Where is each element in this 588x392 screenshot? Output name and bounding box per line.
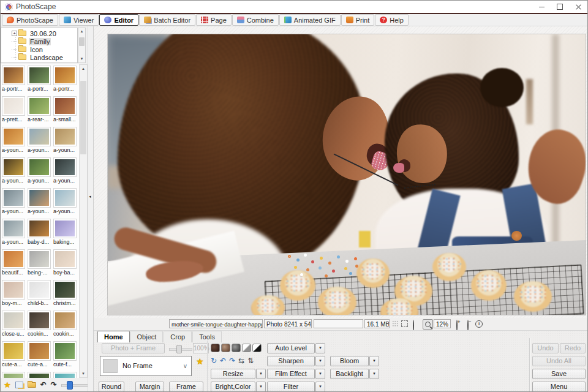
thumbnail-item[interactable]: baby-d...	[28, 219, 52, 249]
tab-print[interactable]: Print	[341, 14, 375, 26]
scroll-down-icon[interactable]: ▼	[81, 370, 85, 377]
vignette-preset-contrast-icon[interactable]	[252, 344, 262, 352]
thumbnail-scrollbar[interactable]: ▲ ▼	[79, 64, 88, 378]
zoom-fit-button[interactable]	[423, 319, 433, 330]
editor-tab-home[interactable]: Home	[97, 331, 130, 342]
scroll-up-icon[interactable]: ▲	[80, 28, 84, 35]
thumbnail-item[interactable]: boy-ba...	[53, 249, 78, 280]
tab-page[interactable]: Page	[196, 14, 232, 26]
thumbnail-item[interactable]: a-youn...	[28, 157, 52, 188]
thumbnail-item[interactable]: a-prett...	[2, 96, 26, 127]
thumbnail-item[interactable]: christm...	[53, 280, 78, 311]
film-effect-dropdown-arrow[interactable]: ▼	[315, 369, 325, 379]
slider-thumb[interactable]	[67, 381, 73, 390]
thumbnail-item[interactable]: a-small...	[53, 96, 78, 127]
save-button[interactable]: Save	[532, 369, 586, 379]
backlight-dropdown-arrow[interactable]: ▼	[369, 369, 379, 379]
auto-level-dropdown-arrow[interactable]: ▼	[315, 343, 325, 353]
minimize-button[interactable]	[532, 1, 551, 13]
resize-dropdown-arrow[interactable]: ▼	[256, 369, 266, 379]
open-folder-icon[interactable]	[28, 382, 36, 388]
thumbnail-item[interactable]: boy-m...	[2, 280, 26, 311]
scrollbar-thumb[interactable]	[80, 81, 86, 154]
close-button[interactable]	[569, 1, 587, 13]
copy-move-icon[interactable]	[15, 382, 23, 388]
scroll-down-icon[interactable]: ▼	[80, 56, 84, 62]
thumbnail-item[interactable]: a-youn...	[2, 219, 26, 249]
sharpen-dropdown-arrow[interactable]: ▼	[315, 356, 325, 366]
rotate-cw-icon[interactable]: ↷	[229, 356, 235, 366]
thumbnail-item[interactable]: a-youn...	[28, 188, 52, 219]
folder-tree-scrollbar[interactable]: ▲ ▼	[78, 28, 86, 63]
tab-combine[interactable]: Combine	[232, 14, 279, 26]
scrollbar-thumb[interactable]	[79, 37, 85, 46]
vignette-preset-dark-icon[interactable]	[211, 344, 220, 352]
thumbnail-item[interactable]: a-youn...	[2, 188, 26, 219]
thumbnail-item[interactable]: cute-f...	[53, 341, 78, 372]
previous-photo-icon[interactable]: ↶	[40, 381, 47, 388]
thumbnail-item[interactable]: a-youn...	[2, 157, 26, 188]
thumbnail-item[interactable]: a-youn...	[28, 127, 52, 157]
tab-animated-gif[interactable]: Animated GIF	[279, 14, 341, 26]
tab-editor[interactable]: Editor	[99, 14, 138, 26]
tree-item-icon[interactable]: Icon	[1, 45, 77, 53]
sharpen-button[interactable]: Sharpen	[267, 356, 315, 366]
frame-favorite-star-icon[interactable]: ★	[196, 356, 204, 366]
thumbnail-item[interactable]: close-u...	[2, 311, 26, 341]
film-effect-button[interactable]: Film Effect	[267, 369, 315, 379]
thumbnail-item[interactable]	[2, 372, 26, 378]
panel-splitter[interactable]: ◂	[88, 26, 94, 391]
bloom-button[interactable]: Bloom	[330, 356, 369, 366]
thumbnail-item[interactable]: cookin...	[53, 311, 78, 341]
thumbnail-item[interactable]: a-portr...	[2, 66, 26, 96]
thumbnail-item[interactable]: a-youn...	[53, 188, 78, 219]
thumbnail-item[interactable]: cute-a...	[28, 341, 52, 372]
next-photo-icon[interactable]: ↷	[51, 381, 57, 388]
thumbnail-item[interactable]: cookin...	[28, 311, 52, 341]
tree-item-family[interactable]: Family	[1, 37, 77, 45]
filter-dropdown-arrow[interactable]: ▼	[315, 382, 325, 392]
tab-viewer[interactable]: Viewer	[59, 14, 99, 26]
rotate-icon[interactable]: ↻	[211, 356, 217, 366]
filter-button[interactable]: Filter	[267, 382, 315, 392]
editor-tab-crop[interactable]: Crop	[164, 331, 192, 342]
tile-grid-icon[interactable]	[392, 320, 399, 327]
thumbnail-item[interactable]: a-youn...	[2, 127, 26, 157]
rotate-ccw-icon[interactable]: ↶	[220, 356, 226, 366]
tree-item-30-06-20[interactable]: +30.06.20	[1, 29, 77, 37]
thumbnail-size-slider[interactable]	[61, 381, 87, 388]
expand-icon[interactable]: +	[12, 31, 17, 36]
vignette-preset-diagonal-icon[interactable]	[242, 344, 251, 352]
tree-item-landscape[interactable]: Landscape	[1, 53, 77, 61]
frame-select-combo[interactable]: No Frame ∨	[100, 356, 192, 376]
thumbnail-item[interactable]: child-b...	[28, 280, 52, 311]
menu-button[interactable]: Menu	[532, 382, 586, 392]
favorites-star-icon[interactable]: ★	[4, 380, 11, 390]
editor-tab-object[interactable]: Object	[130, 331, 164, 342]
tab-batch-editor[interactable]: Batch Editor	[139, 14, 195, 26]
frame-line-button[interactable]: Frame Line	[169, 382, 203, 392]
round-button[interactable]: Round	[99, 382, 124, 392]
thumbnail-item[interactable]: a-youn...	[53, 127, 78, 157]
vignette-preset-sepia-icon[interactable]	[221, 344, 230, 352]
bloom-dropdown-arrow[interactable]: ▼	[369, 356, 379, 366]
thumbnail-item[interactable]: being-...	[28, 249, 52, 280]
thumbnail-item[interactable]: a-portr...	[28, 66, 52, 96]
vignette-preset-gray-icon[interactable]	[232, 344, 241, 352]
bright-color-dropdown-arrow[interactable]: ▼	[256, 382, 266, 392]
info-icon[interactable]	[475, 320, 483, 328]
bright-color-button[interactable]: Bright,Color	[211, 382, 255, 392]
tab-help[interactable]: ?Help	[375, 14, 409, 26]
marquee-selection-icon[interactable]	[401, 320, 408, 327]
flip-vertical-icon[interactable]: ⇅	[247, 356, 254, 366]
thumbnail-item[interactable]: a-youn...	[53, 157, 78, 188]
thumbnail-item[interactable]: cute-a...	[2, 341, 26, 372]
thumbnail-item[interactable]: beautif...	[2, 249, 26, 280]
thumbnail-item[interactable]	[53, 372, 78, 378]
thumbnail-item[interactable]: a-portr...	[53, 66, 78, 96]
auto-level-button[interactable]: Auto Level	[267, 343, 315, 353]
thumbnail-item[interactable]	[28, 372, 52, 378]
scroll-up-icon[interactable]: ▲	[81, 65, 85, 72]
thumbnail-item[interactable]: a-rear-...	[28, 96, 52, 127]
thumbnail-item[interactable]: baking...	[53, 219, 78, 249]
